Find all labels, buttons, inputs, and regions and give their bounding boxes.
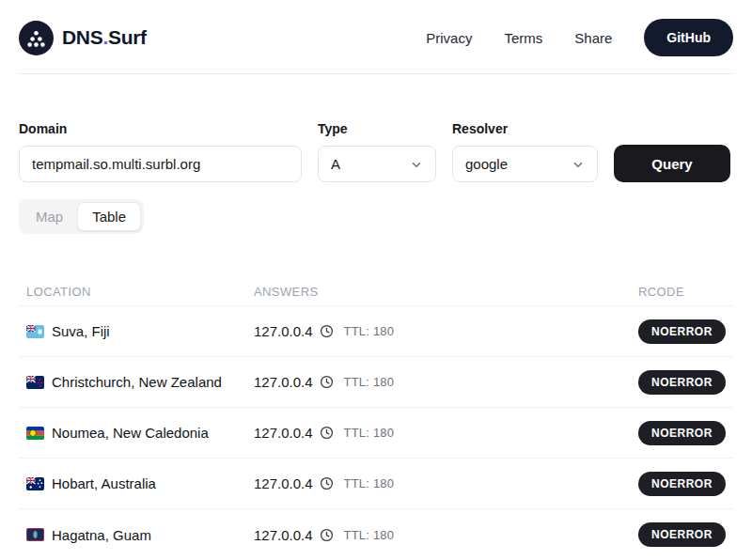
answer-ip: 127.0.0.4: [254, 425, 313, 441]
table-row: Hagatna, Guam 127.0.0.4 TTL: 180 NOERROR: [19, 509, 733, 560]
tab-table[interactable]: Table: [77, 202, 141, 231]
nav-link-privacy[interactable]: Privacy: [426, 30, 472, 46]
location-label: Noumea, New Caledonia: [52, 425, 209, 441]
answer-ip: 127.0.0.4: [254, 374, 313, 390]
resolver-field-group: Resolver google: [452, 121, 598, 182]
location-cell: Hagatna, Guam: [26, 527, 254, 543]
answer-ttl: TTL: 180: [344, 375, 395, 389]
answer-ttl: TTL: 180: [344, 528, 395, 542]
answer-ttl: TTL: 180: [344, 476, 395, 490]
location-label: Hagatna, Guam: [52, 527, 151, 543]
type-select-value: A: [331, 156, 340, 172]
type-label: Type: [318, 121, 436, 136]
table-row: Hobart, Australia 127.0.0.4 TTL: 180 NOE…: [19, 459, 733, 509]
resolver-select[interactable]: google: [452, 146, 598, 182]
table-row: Noumea, New Caledonia 127.0.0.4 TTL: 180…: [19, 408, 733, 459]
rcode-cell: NOERROR: [638, 370, 733, 395]
new-caledonia-flag-icon: [26, 427, 44, 440]
brand-name: DNS.Surf: [62, 26, 147, 49]
rcode-badge: NOERROR: [638, 319, 726, 344]
ttl-clock-icon[interactable]: [320, 528, 334, 542]
query-button[interactable]: Query: [614, 145, 730, 182]
tab-map[interactable]: Map: [22, 203, 77, 230]
answers-cell: 127.0.0.4 TTL: 180: [254, 374, 638, 390]
type-field-group: Type A: [318, 121, 436, 182]
answers-cell: 127.0.0.4 TTL: 180: [254, 527, 638, 543]
dns-surf-logo-icon: [19, 21, 54, 55]
location-label: Christchurch, New Zealand: [52, 374, 222, 390]
guam-flag-icon: [26, 528, 44, 541]
location-cell: Christchurch, New Zealand: [26, 374, 254, 390]
domain-label: Domain: [19, 121, 302, 136]
answer-ttl: TTL: 180: [344, 324, 395, 338]
answer-ttl: TTL: 180: [344, 426, 395, 440]
chevron-down-icon: [410, 158, 423, 171]
type-select[interactable]: A: [318, 146, 436, 182]
chevron-down-icon: [572, 158, 585, 171]
table-row: Suva, Fiji 127.0.0.4 TTL: 180 NOERROR: [19, 306, 733, 357]
location-cell: Noumea, New Caledonia: [26, 425, 254, 441]
table-row: Christchurch, New Zealand 127.0.0.4 TTL:…: [19, 357, 733, 408]
answer-ip: 127.0.0.4: [254, 475, 313, 491]
nav-link-share[interactable]: Share: [574, 30, 612, 46]
location-label: Suva, Fiji: [52, 323, 110, 339]
answers-cell: 127.0.0.4 TTL: 180: [254, 475, 638, 491]
table-header-row: Location Answers Rcode: [19, 277, 733, 306]
header: DNS.Surf Privacy Terms Share GitHub: [0, 0, 752, 73]
resolver-label: Resolver: [452, 121, 598, 136]
rcode-cell: NOERROR: [638, 421, 733, 445]
column-header-location: Location: [26, 285, 254, 299]
rcode-badge: NOERROR: [638, 472, 726, 496]
ttl-clock-icon[interactable]: [320, 426, 334, 440]
location-cell: Suva, Fiji: [26, 323, 254, 339]
rcode-cell: NOERROR: [638, 319, 733, 344]
results-table: Location Answers Rcode Suva, Fiji 127.0.…: [19, 277, 733, 560]
domain-input[interactable]: [19, 146, 302, 182]
location-cell: Hobart, Australia: [26, 475, 254, 491]
location-label: Hobart, Australia: [52, 475, 156, 491]
answers-cell: 127.0.0.4 TTL: 180: [254, 425, 638, 441]
answer-ip: 127.0.0.4: [254, 527, 313, 543]
fiji-flag-icon: [26, 325, 44, 338]
header-divider: [19, 73, 733, 74]
new-zealand-flag-icon: [26, 376, 44, 389]
answers-cell: 127.0.0.4 TTL: 180: [254, 323, 638, 339]
rcode-cell: NOERROR: [638, 522, 733, 547]
logo[interactable]: DNS.Surf: [19, 21, 147, 55]
rcode-badge: NOERROR: [638, 421, 726, 445]
answer-ip: 127.0.0.4: [254, 323, 313, 339]
rcode-badge: NOERROR: [638, 522, 726, 547]
ttl-clock-icon[interactable]: [320, 324, 334, 338]
ttl-clock-icon[interactable]: [320, 375, 334, 389]
view-toggle: Map Table: [19, 199, 144, 234]
nav-link-terms[interactable]: Terms: [504, 30, 542, 46]
column-header-answers: Answers: [254, 285, 638, 299]
column-header-rcode: Rcode: [638, 285, 733, 299]
ttl-clock-icon[interactable]: [320, 476, 334, 490]
domain-field-group: Domain: [19, 121, 302, 182]
rcode-cell: NOERROR: [638, 472, 733, 496]
github-button[interactable]: GitHub: [644, 19, 733, 56]
main-nav: Privacy Terms Share GitHub: [426, 19, 733, 56]
australia-flag-icon: [26, 477, 44, 490]
resolver-select-value: google: [465, 156, 508, 172]
query-form: Domain Type A Resolver google Query: [19, 121, 733, 182]
rcode-badge: NOERROR: [638, 370, 726, 395]
